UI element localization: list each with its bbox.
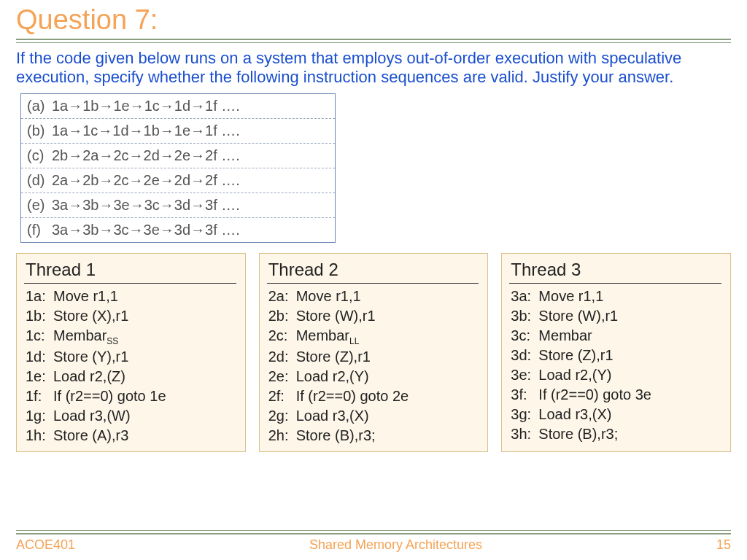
instruction: Store (W),r1 (537, 306, 653, 326)
sequence-label: (e) (27, 197, 52, 214)
line-number: 1c: (24, 326, 52, 347)
instruction: Load r2,(Y) (537, 365, 653, 385)
line-number: 2f: (267, 386, 295, 406)
line-number: 2b: (267, 306, 295, 326)
code-line: 1b:Store (X),r1 (24, 306, 168, 326)
line-number: 1d: (24, 347, 52, 367)
line-number: 1h: (24, 426, 52, 446)
code-line: 3d:Store (Z),r1 (509, 346, 653, 365)
line-number: 3e: (509, 365, 537, 385)
instruction: Move r1,1 (295, 287, 411, 306)
instruction: MembarLL (295, 326, 411, 347)
sequence-label: (a) (27, 98, 52, 114)
instruction: Load r3,(X) (295, 406, 411, 426)
instruction: If (r2==0) goto 2e (295, 386, 411, 406)
thread-code: 2a:Move r1,12b:Store (W),r12c:MembarLL2d… (267, 287, 411, 446)
sequence-text: 1a→1c→1d→1b→1e→1f …. (52, 122, 240, 139)
line-number: 2e: (267, 367, 295, 386)
sequence-label: (d) (27, 172, 52, 189)
thread-box: Thread 22a:Move r1,12b:Store (W),r12c:Me… (259, 253, 489, 453)
sequence-text: 2b→2a→2c→2d→2e→2f …. (52, 147, 240, 164)
code-line: 3a:Move r1,1 (509, 287, 653, 306)
thread-rule (509, 283, 721, 284)
code-line: 2e:Load r2,(Y) (267, 367, 411, 386)
instruction: Store (Z),r1 (295, 347, 411, 367)
thread-box: Thread 33a:Move r1,13b:Store (W),r13c:Me… (501, 253, 731, 453)
line-number: 2g: (267, 406, 295, 426)
line-number: 1e: (24, 367, 52, 386)
instruction: MembarSS (52, 326, 168, 347)
code-line: 3f:If (r2==0) goto 3e (509, 385, 653, 405)
slide: Question 7: If the code given below runs… (0, 0, 747, 560)
thread-rule (267, 283, 479, 284)
code-line: 3c:Membar (509, 326, 653, 346)
code-line: 3e:Load r2,(Y) (509, 365, 653, 385)
sequence-text: 3a→3b→3e→3c→3d→3f …. (52, 197, 240, 214)
line-number: 3f: (509, 385, 537, 405)
sequence-row: (b)1a→1c→1d→1b→1e→1f …. (21, 119, 335, 144)
thread-box: Thread 11a:Move r1,11b:Store (X),r11c:Me… (16, 253, 246, 453)
line-number: 1b: (24, 306, 52, 326)
code-line: 2h:Store (B),r3; (267, 426, 411, 446)
line-number: 3g: (509, 405, 537, 424)
footer-left: ACOE401 (16, 537, 75, 553)
question-prompt: If the code given below runs on a system… (16, 49, 731, 88)
sequence-row: (d)2a→2b→2c→2e→2d→2f …. (21, 168, 335, 193)
line-number: 1a: (24, 287, 52, 306)
code-line: 3g:Load r3,(X) (509, 405, 653, 424)
code-line: 1d:Store (Y),r1 (24, 347, 168, 367)
thread-title: Thread 2 (268, 258, 479, 281)
line-number: 2d: (267, 347, 295, 367)
sequence-row: (a)1a→1b→1e→1c→1d→1f …. (21, 94, 335, 119)
sequence-row: (f)3a→3b→3c→3e→3d→3f …. (21, 218, 335, 242)
line-number: 3h: (509, 424, 537, 444)
instruction: Load r2,(Y) (295, 367, 411, 386)
sequence-text: 3a→3b→3c→3e→3d→3f …. (52, 222, 240, 238)
code-line: 1c:MembarSS (24, 326, 168, 347)
sequence-label: (f) (27, 222, 52, 238)
instruction: Store (Z),r1 (537, 346, 653, 365)
thread-title: Thread 1 (26, 258, 236, 281)
line-number: 3b: (509, 306, 537, 326)
code-line: 1g:Load r3,(W) (24, 406, 168, 426)
line-number: 2a: (267, 287, 295, 306)
line-number: 3c: (509, 326, 537, 346)
instruction: Load r3,(W) (52, 406, 168, 426)
instruction: Store (X),r1 (52, 306, 168, 326)
sequence-text: 2a→2b→2c→2e→2d→2f …. (52, 172, 240, 189)
footer-right: 15 (716, 537, 731, 553)
code-line: 2g:Load r3,(X) (267, 406, 411, 426)
code-line: 3b:Store (W),r1 (509, 306, 653, 326)
instruction: Load r2,(Z) (52, 367, 168, 386)
instruction: Move r1,1 (52, 287, 168, 306)
thread-title: Thread 3 (511, 258, 721, 281)
sequence-label: (b) (27, 122, 52, 139)
sequence-text: 1a→1b→1e→1c→1d→1f …. (52, 98, 240, 114)
line-number: 3a: (509, 287, 537, 306)
line-number: 2h: (267, 426, 295, 446)
code-line: 2d:Store (Z),r1 (267, 347, 411, 367)
thread-rule (24, 283, 236, 284)
instruction: Membar (537, 326, 653, 346)
code-line: 1h:Store (A),r3 (24, 426, 168, 446)
line-number: 1f: (24, 386, 52, 406)
code-line: 2c:MembarLL (267, 326, 411, 347)
code-line: 2f:If (r2==0) goto 2e (267, 386, 411, 406)
code-line: 2b:Store (W),r1 (267, 306, 411, 326)
instruction: Store (A),r3 (52, 426, 168, 446)
instruction: Load r3,(X) (537, 405, 653, 424)
instruction: Store (W),r1 (295, 306, 411, 326)
instruction: Store (B),r3; (537, 424, 653, 444)
sequence-table: (a)1a→1b→1e→1c→1d→1f ….(b)1a→1c→1d→1b→1e… (20, 93, 336, 243)
code-line: 3h:Store (B),r3; (509, 424, 653, 444)
instruction: If (r2==0) goto 1e (52, 386, 168, 406)
membar-subscript: SS (107, 336, 118, 346)
line-number: 2c: (267, 326, 295, 347)
sequence-row: (c)2b→2a→2c→2d→2e→2f …. (21, 144, 335, 168)
code-line: 1a:Move r1,1 (24, 287, 168, 306)
thread-code: 1a:Move r1,11b:Store (X),r11c:MembarSS1d… (24, 287, 168, 446)
footer: ACOE401 Shared Memory Architectures 15 (16, 530, 731, 553)
code-line: 1f:If (r2==0) goto 1e (24, 386, 168, 406)
threads-container: Thread 11a:Move r1,11b:Store (X),r11c:Me… (16, 253, 731, 453)
instruction: Store (Y),r1 (52, 347, 168, 367)
